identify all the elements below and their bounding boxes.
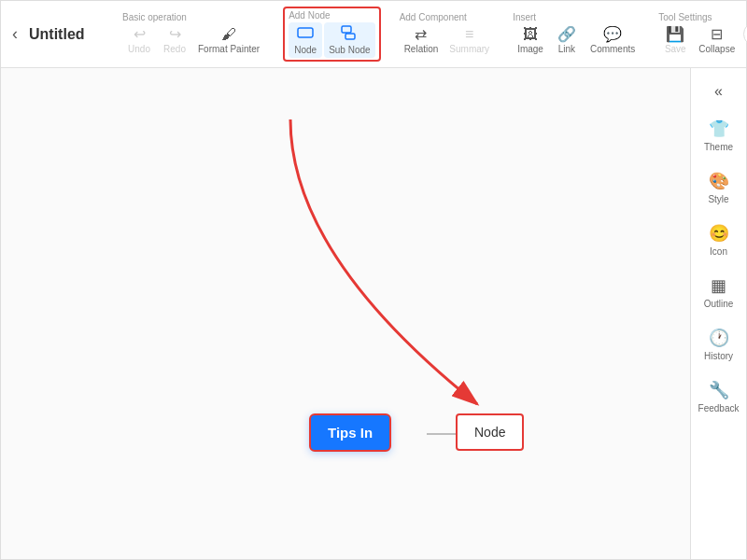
group-items-insert: 🖼 Image 🔗 Link 💬 Comments: [513, 24, 640, 57]
format-painter-button[interactable]: 🖌 Format Painter: [193, 24, 264, 57]
comments-label: Comments: [590, 44, 635, 54]
main-area: Tips In Node « 👕 Theme 🎨 Style 😊 Icon: [1, 68, 746, 559]
title-area: Untitled: [29, 26, 104, 43]
sidebar-item-icon[interactable]: 😊 Icon: [691, 216, 746, 264]
back-button[interactable]: ‹: [8, 21, 21, 48]
link-label: Link: [558, 44, 575, 54]
link-icon: 🔗: [557, 27, 576, 42]
history-label: History: [704, 351, 733, 361]
toolbar-group-add-node: Add Node Node Sub Node: [283, 7, 380, 62]
style-label: Style: [708, 194, 728, 204]
redo-icon: ↪: [169, 27, 181, 42]
outline-label: Outline: [704, 299, 734, 309]
redo-label: Redo: [163, 44, 186, 54]
format-painter-icon: 🖌: [221, 27, 236, 42]
connection-svg: [1, 68, 690, 559]
group-label-add-component: Add Component: [400, 12, 467, 22]
summary-button[interactable]: ≡ Summary: [444, 24, 494, 57]
sidebar-collapse-button[interactable]: «: [691, 76, 746, 107]
group-items-add-component: ⇄ Relation ≡ Summary: [400, 24, 495, 57]
sidebar-item-style[interactable]: 🎨 Style: [691, 163, 746, 212]
sidebar-item-history[interactable]: 🕐 History: [691, 320, 746, 369]
right-sidebar: « 👕 Theme 🎨 Style 😊 Icon ▦ Outline 🕐 His…: [690, 68, 746, 559]
relation-button[interactable]: ⇄ Relation: [400, 24, 444, 57]
node-box[interactable]: Node: [456, 413, 524, 451]
group-items-add-node: Node Sub Node: [289, 22, 374, 58]
image-icon: 🖼: [523, 27, 538, 42]
share-export-area: ↗ Share ⬆ Export: [743, 21, 747, 47]
app-container: ‹ Untitled Basic operation ↩ Undo ↪ Redo…: [0, 0, 747, 560]
sidebar-item-theme[interactable]: 👕 Theme: [691, 111, 746, 160]
collapse-button[interactable]: ⊟ Collapse: [694, 24, 740, 57]
tips-in-node[interactable]: Tips In: [309, 413, 391, 452]
icon-icon: 😊: [709, 223, 729, 244]
undo-button[interactable]: ↩ Undo: [122, 24, 156, 57]
redo-button[interactable]: ↪ Redo: [158, 24, 191, 57]
toolbar-group-tool-settings: Tool Settings 💾 Save ⊟ Collapse: [658, 12, 740, 57]
style-icon: 🎨: [709, 171, 729, 191]
collapse-icon: ⊟: [711, 27, 723, 42]
comments-button[interactable]: 💬 Comments: [585, 24, 640, 57]
sub-node-icon: [341, 25, 358, 43]
add-sub-node-button[interactable]: Sub Node: [324, 22, 374, 58]
summary-icon: ≡: [465, 27, 473, 42]
link-button[interactable]: 🔗 Link: [550, 24, 584, 57]
summary-label: Summary: [449, 44, 489, 54]
feedback-icon: 🔧: [709, 380, 729, 400]
group-items-tool-settings: 💾 Save ⊟ Collapse: [658, 24, 740, 57]
group-label-add-node: Add Node: [289, 10, 330, 21]
group-label-insert: Insert: [513, 12, 536, 22]
share-button[interactable]: ↗ Share: [743, 21, 747, 47]
image-button[interactable]: 🖼 Image: [513, 24, 548, 57]
sidebar-item-feedback[interactable]: 🔧 Feedback: [691, 372, 746, 421]
toolbar: ‹ Untitled Basic operation ↩ Undo ↪ Redo…: [1, 1, 746, 68]
outline-icon: ▦: [711, 275, 726, 296]
history-icon: 🕐: [709, 328, 729, 348]
annotation-arrow-svg: [1, 68, 690, 559]
svg-rect-0: [298, 28, 313, 37]
node-icon: [297, 25, 314, 43]
undo-label: Undo: [128, 44, 150, 54]
relation-icon: ⇄: [415, 27, 427, 42]
sub-node-label: Sub Node: [329, 45, 370, 55]
undo-icon: ↩: [134, 27, 146, 42]
add-node-button[interactable]: Node: [289, 22, 322, 58]
svg-rect-1: [342, 26, 351, 33]
group-items-basic: ↩ Undo ↪ Redo 🖌 Format Painter: [122, 24, 264, 57]
group-label-tool-settings: Tool Settings: [658, 12, 712, 22]
save-icon: 💾: [666, 27, 684, 42]
sidebar-item-outline[interactable]: ▦ Outline: [691, 268, 746, 316]
toolbar-group-add-component: Add Component ⇄ Relation ≡ Summary: [400, 12, 495, 57]
page-title: Untitled: [29, 26, 85, 43]
comments-icon: 💬: [603, 27, 622, 42]
image-label: Image: [517, 44, 543, 54]
svg-rect-2: [345, 34, 355, 39]
collapse-label: Collapse: [698, 44, 735, 54]
toolbar-group-basic: Basic operation ↩ Undo ↪ Redo 🖌 Format P…: [122, 12, 264, 57]
toolbar-group-insert: Insert 🖼 Image 🔗 Link 💬 Comments: [513, 12, 640, 57]
canvas[interactable]: Tips In Node: [1, 68, 690, 559]
group-label-basic: Basic operation: [122, 12, 187, 22]
format-painter-label: Format Painter: [198, 44, 260, 54]
save-label: Save: [665, 44, 686, 54]
relation-label: Relation: [404, 44, 439, 54]
save-button[interactable]: 💾 Save: [658, 24, 692, 57]
icon-label: Icon: [710, 246, 727, 257]
theme-label: Theme: [704, 142, 733, 152]
feedback-label: Feedback: [698, 403, 740, 413]
theme-icon: 👕: [709, 119, 729, 139]
node-label: Node: [294, 45, 317, 55]
